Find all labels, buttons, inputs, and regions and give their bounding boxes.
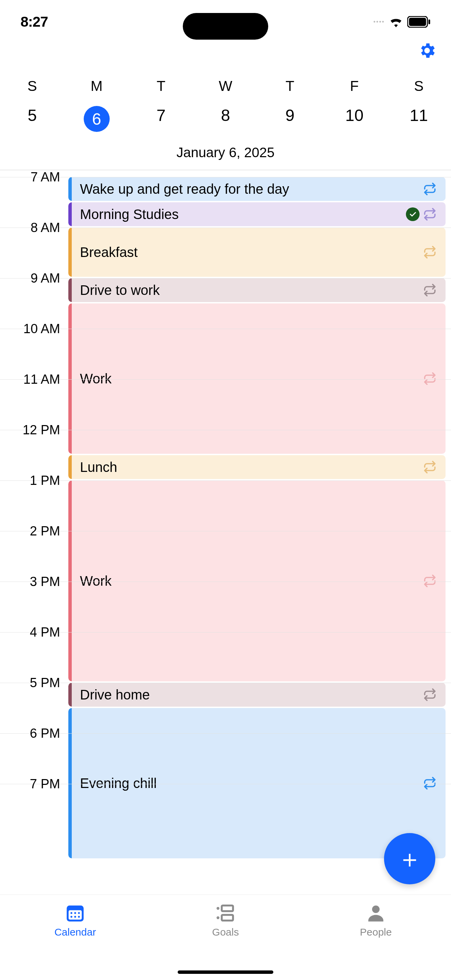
repeat-icon xyxy=(423,283,437,297)
event-badges xyxy=(406,207,446,221)
calendar-day-view[interactable]: Wake up and get ready for the dayMorning… xyxy=(0,170,451,841)
event-badges xyxy=(423,245,446,259)
event-title: Breakfast xyxy=(68,245,423,260)
calendar-event[interactable]: Work xyxy=(68,304,446,454)
tab-label: Goals xyxy=(212,926,239,938)
calendar-event[interactable]: Drive home xyxy=(68,683,446,706)
cellular-dots-icon: •••• xyxy=(373,19,385,25)
hour-label: 1 PM xyxy=(0,473,65,488)
svg-point-15 xyxy=(372,905,380,913)
day-number[interactable]: 7 xyxy=(129,99,194,139)
event-badges xyxy=(423,283,446,297)
event-title: Work xyxy=(68,573,423,589)
goals-icon xyxy=(214,902,237,924)
hour-label: 12 PM xyxy=(0,423,65,438)
event-color-bar xyxy=(68,278,72,302)
repeat-icon xyxy=(423,245,437,259)
calendar-event[interactable]: Breakfast xyxy=(68,228,446,277)
weekday-letter: F xyxy=(322,73,387,99)
tab-label: People xyxy=(360,926,392,938)
repeat-icon xyxy=(423,372,437,385)
calendar-event[interactable]: Work xyxy=(68,480,446,681)
svg-rect-4 xyxy=(69,910,82,920)
battery-icon xyxy=(407,16,430,28)
svg-point-10 xyxy=(78,916,80,918)
tab-bar: Calendar Goals People xyxy=(0,894,451,980)
event-color-bar xyxy=(68,480,72,681)
event-color-bar xyxy=(68,708,72,858)
day-number[interactable]: 8 xyxy=(194,99,258,139)
event-badges xyxy=(423,372,446,385)
hour-label: 4 PM xyxy=(0,625,65,640)
svg-rect-1 xyxy=(409,18,426,26)
svg-point-6 xyxy=(74,912,76,914)
event-title: Wake up and get ready for the day xyxy=(68,181,423,197)
hour-label: 5 PM xyxy=(0,676,65,690)
day-number[interactable]: 10 xyxy=(322,99,387,139)
tab-people[interactable]: People xyxy=(301,902,451,980)
day-number[interactable]: 11 xyxy=(386,99,451,139)
weekday-letter: M xyxy=(65,73,129,99)
event-color-bar xyxy=(68,683,72,706)
event-badges xyxy=(423,688,446,702)
event-badges xyxy=(423,776,446,790)
add-event-button[interactable]: ＋ xyxy=(384,833,435,885)
hour-label: 7 AM xyxy=(0,170,65,185)
calendar-event[interactable]: Lunch xyxy=(68,455,446,479)
event-color-bar xyxy=(68,455,72,479)
svg-rect-11 xyxy=(222,905,233,911)
svg-point-9 xyxy=(74,916,76,918)
check-badge xyxy=(406,207,419,221)
status-icons: •••• xyxy=(373,16,430,28)
svg-point-14 xyxy=(218,917,219,918)
repeat-icon xyxy=(423,574,437,588)
svg-point-7 xyxy=(78,912,80,914)
wifi-icon xyxy=(389,16,403,27)
tab-label: Calendar xyxy=(54,926,96,938)
svg-rect-2 xyxy=(429,19,430,24)
calendar-event[interactable]: Drive to work xyxy=(68,278,446,302)
svg-point-5 xyxy=(70,912,72,914)
event-title: Work xyxy=(68,371,423,387)
calendar-event[interactable]: Morning Studies xyxy=(68,202,446,226)
event-title: Drive home xyxy=(68,687,423,703)
event-title: Lunch xyxy=(68,460,423,475)
repeat-icon xyxy=(423,688,437,702)
weekday-letter: W xyxy=(194,73,258,99)
svg-rect-12 xyxy=(222,915,233,921)
people-icon xyxy=(365,902,387,924)
day-number[interactable]: 6 xyxy=(65,99,129,139)
event-color-bar xyxy=(68,202,72,226)
event-title: Drive to work xyxy=(68,283,423,298)
repeat-icon xyxy=(423,460,437,474)
event-badges xyxy=(423,460,446,474)
hour-label: 2 PM xyxy=(0,524,65,539)
weekday-letter: T xyxy=(129,73,194,99)
hour-label: 7 PM xyxy=(0,777,65,791)
day-number[interactable]: 5 xyxy=(0,99,65,139)
status-time: 8:27 xyxy=(21,14,48,30)
repeat-icon xyxy=(423,182,437,196)
repeat-icon xyxy=(423,207,437,221)
status-bar: 8:27 •••• xyxy=(0,0,451,41)
event-color-bar xyxy=(68,228,72,277)
hour-label: 11 AM xyxy=(0,372,65,387)
gear-icon xyxy=(418,41,437,60)
week-header: SMTWTFS 567891011 January 6, 2025 xyxy=(0,63,451,170)
tab-calendar[interactable]: Calendar xyxy=(0,902,150,980)
day-number[interactable]: 9 xyxy=(257,99,322,139)
event-title: Morning Studies xyxy=(68,207,406,222)
event-badges xyxy=(423,182,446,196)
hour-label: 3 PM xyxy=(0,574,65,589)
weekday-letter: T xyxy=(257,73,322,99)
hour-label: 6 PM xyxy=(0,726,65,741)
hour-label: 9 AM xyxy=(0,271,65,286)
svg-point-8 xyxy=(70,916,72,918)
event-title: Evening chill xyxy=(68,776,423,791)
calendar-event[interactable]: Evening chill xyxy=(68,708,446,858)
calendar-icon xyxy=(64,902,86,924)
weekday-letter: S xyxy=(0,73,65,99)
tab-goals[interactable]: Goals xyxy=(150,902,301,980)
calendar-event[interactable]: Wake up and get ready for the day xyxy=(68,177,446,201)
settings-button[interactable] xyxy=(418,41,437,60)
